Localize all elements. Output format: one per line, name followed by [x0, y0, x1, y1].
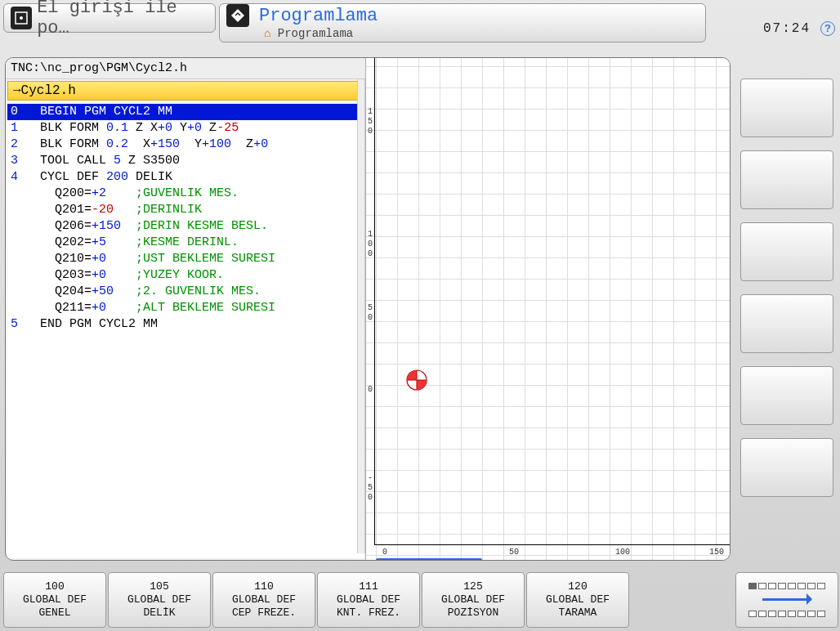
- x-tick: 100: [615, 548, 630, 557]
- code-line[interactable]: Q203=+0 ;YUZEY KOOR.: [7, 267, 364, 284]
- page-indicator-bottom: [748, 611, 825, 617]
- code-line[interactable]: 5 END PGM CYCL2 MM: [7, 316, 364, 333]
- help-icon[interactable]: ?: [820, 21, 835, 36]
- origin-marker: [405, 369, 428, 392]
- side-key-6[interactable]: [740, 438, 833, 497]
- progress-bar: [376, 558, 482, 561]
- breadcrumb: Programlama: [278, 27, 353, 40]
- y-tick: 0: [368, 239, 373, 248]
- code-line[interactable]: Q204=+50 ;2. GUVENLIK MES.: [7, 284, 364, 300]
- tab-manual-label: El girişi ile po…: [37, 0, 208, 38]
- code-line[interactable]: Q206=+150 ;DERIN KESME BESL.: [7, 218, 364, 235]
- softkey-row: 100 GLOBAL DEF GENEL 105 GLOBAL DEF DELİ…: [3, 572, 838, 628]
- axis-x: [374, 544, 730, 545]
- y-tick: -: [368, 473, 373, 482]
- softkey-111[interactable]: 111 GLOBAL DEF KNT. FREZ.: [317, 572, 420, 628]
- code-line[interactable]: 3 TOOL CALL 5 Z S3500: [7, 153, 364, 169]
- side-key-4[interactable]: [740, 294, 833, 353]
- graphics-panel[interactable]: 150100500-50 050100150: [365, 58, 730, 560]
- code-listing[interactable]: 0 BEGIN PGM CYCL2 MM1 BLK FORM 0.1 Z X+0…: [7, 104, 364, 558]
- tab-programming-label: Programlama: [259, 6, 378, 26]
- y-tick: 0: [368, 313, 373, 322]
- page-next-button[interactable]: [735, 572, 838, 628]
- axis-y: [374, 58, 375, 545]
- code-line[interactable]: 2 BLK FORM 0.2 X+150 Y+100 Z+0: [7, 136, 364, 153]
- code-panel: TNC:\nc_prog\PGM\Cycl2.h →Cycl2.h 0 BEGI…: [6, 58, 365, 560]
- y-tick: 0: [368, 385, 373, 394]
- y-tick: 1: [368, 230, 373, 239]
- softkey-105[interactable]: 105 GLOBAL DEF DELİK: [108, 572, 211, 628]
- programming-icon: [226, 4, 249, 27]
- manual-icon: [11, 7, 32, 29]
- svg-point-1: [20, 16, 23, 20]
- svg-marker-2: [231, 9, 244, 22]
- code-line[interactable]: Q210=+0 ;UST BEKLEME SURESI: [7, 251, 364, 267]
- x-tick: 0: [382, 548, 387, 557]
- arrow-right-icon: [762, 598, 811, 601]
- side-key-5[interactable]: [740, 366, 833, 425]
- code-line[interactable]: Q211=+0 ;ALT BEKLEME SURESI: [7, 300, 364, 316]
- x-tick: 150: [709, 548, 724, 557]
- tab-programming[interactable]: Programlama ⌂ Programlama: [219, 3, 706, 43]
- side-key-3[interactable]: [740, 222, 833, 281]
- tab-manual-input[interactable]: El girişi ile po…: [3, 3, 216, 33]
- softkey-125[interactable]: 125 GLOBAL DEF POZİSYON: [422, 572, 525, 628]
- file-path: TNC:\nc_prog\PGM\Cycl2.h: [6, 58, 365, 79]
- y-tick: 1: [368, 107, 373, 116]
- code-line[interactable]: Q201=-20 ;DERINLIK: [7, 202, 364, 218]
- page-indicator-top: [748, 583, 825, 589]
- softkey-110[interactable]: 110 GLOBAL DEF CEP FREZE.: [212, 572, 315, 628]
- code-line[interactable]: Q200=+2 ;GUVENLIK MES.: [7, 186, 364, 202]
- scrollbar-vertical[interactable]: [357, 79, 365, 553]
- x-tick: 50: [509, 548, 519, 557]
- main-panel: TNC:\nc_prog\PGM\Cycl2.h →Cycl2.h 0 BEGI…: [5, 57, 731, 561]
- softkey-100[interactable]: 100 GLOBAL DEF GENEL: [3, 572, 106, 628]
- side-key-2[interactable]: [740, 150, 833, 209]
- clock: 07:24: [763, 21, 811, 36]
- home-icon: ⌂: [264, 27, 270, 40]
- code-line[interactable]: Q202=+5 ;KESME DERINL.: [7, 235, 364, 251]
- grid: [366, 58, 730, 560]
- y-tick: 0: [368, 493, 373, 502]
- code-line[interactable]: 0 BEGIN PGM CYCL2 MM: [7, 104, 364, 120]
- code-line[interactable]: 4 CYCL DEF 200 DELIK: [7, 169, 364, 186]
- y-tick: 5: [368, 483, 373, 492]
- y-tick: 0: [368, 127, 373, 136]
- y-tick: 5: [368, 303, 373, 312]
- side-key-1[interactable]: [740, 78, 833, 137]
- y-tick: 5: [368, 117, 373, 126]
- y-tick: 0: [368, 249, 373, 258]
- softkey-120[interactable]: 120 GLOBAL DEF TARAMA: [526, 572, 629, 628]
- code-line[interactable]: 1 BLK FORM 0.1 Z X+0 Y+0 Z-25: [7, 120, 364, 136]
- file-name-bar[interactable]: →Cycl2.h: [7, 81, 364, 101]
